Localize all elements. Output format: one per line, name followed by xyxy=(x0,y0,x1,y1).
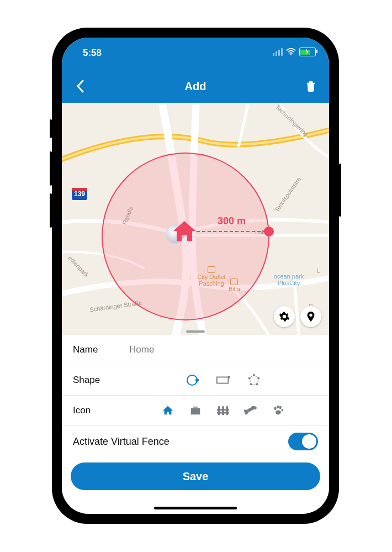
icon-option-fence[interactable] xyxy=(216,403,230,418)
poi-label: L xyxy=(317,267,320,274)
shape-label: Shape xyxy=(73,375,128,386)
chevron-left-icon xyxy=(76,80,84,93)
rectangle-shape-icon xyxy=(216,375,230,386)
activate-fence-label: Activate Virtual Fence xyxy=(73,436,169,448)
paw-icon xyxy=(272,404,284,417)
side-button-power xyxy=(339,164,341,217)
shape-row: Shape xyxy=(62,365,329,395)
radius-label: 300 m xyxy=(218,215,246,227)
map-recenter-button[interactable] xyxy=(300,306,321,327)
side-button-silent xyxy=(50,119,52,138)
svg-point-9 xyxy=(248,377,251,379)
svg-point-7 xyxy=(256,383,258,386)
map-settings-button[interactable] xyxy=(274,306,295,327)
home-indicator[interactable] xyxy=(154,507,237,509)
poi-label: ocean park PlusCity xyxy=(268,273,309,286)
shape-option-polygon[interactable] xyxy=(247,373,261,387)
shape-option-circle[interactable] xyxy=(185,373,199,387)
top-bar: 5:58 xyxy=(62,38,329,103)
name-row: Name xyxy=(62,335,329,365)
back-button[interactable] xyxy=(72,78,88,94)
location-pin-icon xyxy=(305,311,317,323)
bone-icon xyxy=(243,406,258,415)
icon-option-home[interactable] xyxy=(161,403,175,418)
cellular-signal-icon xyxy=(273,48,283,56)
activate-fence-toggle[interactable] xyxy=(288,433,318,450)
delete-button[interactable] xyxy=(303,78,319,94)
home-center-icon xyxy=(172,220,197,242)
briefcase-icon xyxy=(189,404,202,417)
side-button-vol-down xyxy=(50,193,52,228)
svg-point-2 xyxy=(195,378,199,382)
name-input[interactable] xyxy=(128,344,318,356)
activate-fence-row: Activate Virtual Fence xyxy=(62,425,329,457)
svg-point-6 xyxy=(257,377,259,379)
svg-point-5 xyxy=(253,374,255,376)
fence-icon xyxy=(216,404,230,417)
icon-option-paw[interactable] xyxy=(271,403,285,418)
nav-bar: Add xyxy=(62,70,329,103)
trash-icon xyxy=(306,81,316,92)
circle-shape-icon xyxy=(186,374,199,387)
icon-option-bone[interactable] xyxy=(243,403,258,418)
svg-point-13 xyxy=(282,409,284,412)
map-view[interactable]: Randls Loll-R Tennispointstra Technologi… xyxy=(62,103,329,335)
home-icon xyxy=(162,404,174,417)
screen: 5:58 xyxy=(62,38,329,514)
sheet-grip[interactable] xyxy=(186,330,205,333)
icon-label: Icon xyxy=(73,405,128,416)
name-label: Name xyxy=(73,344,128,355)
toggle-knob xyxy=(302,434,316,449)
svg-point-12 xyxy=(279,406,282,409)
svg-point-10 xyxy=(274,407,276,411)
status-bar: 5:58 xyxy=(62,48,329,61)
radius-handle[interactable] xyxy=(264,227,274,236)
side-button-vol-up xyxy=(50,151,52,186)
svg-point-8 xyxy=(250,383,252,386)
save-button[interactable]: Save xyxy=(71,462,320,490)
icon-option-briefcase[interactable] xyxy=(188,403,203,418)
polygon-shape-icon xyxy=(247,374,261,387)
status-time: 5:58 xyxy=(83,48,102,59)
radius-line[interactable] xyxy=(197,231,266,232)
shape-option-rectangle[interactable] xyxy=(216,373,230,387)
icon-row: Icon xyxy=(62,395,329,425)
phone-frame: 5:58 xyxy=(52,28,339,524)
wifi-icon xyxy=(286,48,296,56)
route-shield: 139 xyxy=(72,188,87,200)
svg-rect-3 xyxy=(217,377,228,383)
gear-icon xyxy=(279,311,290,322)
form-sheet: Name Shape xyxy=(62,335,329,500)
svg-point-11 xyxy=(277,406,279,409)
page-title: Add xyxy=(185,80,206,93)
battery-icon xyxy=(299,48,316,56)
svg-point-0 xyxy=(290,54,292,55)
save-button-label: Save xyxy=(183,470,209,483)
